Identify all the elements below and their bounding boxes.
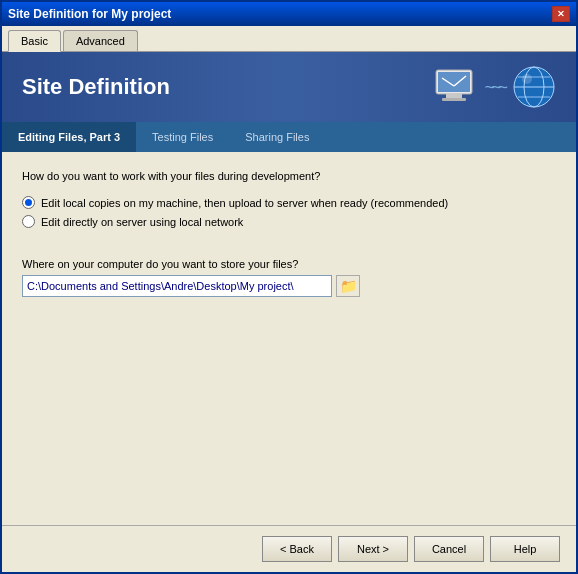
content-area: Site Definition ~~~: [2, 52, 576, 572]
cancel-button[interactable]: Cancel: [414, 536, 484, 562]
tab-advanced[interactable]: Advanced: [63, 30, 138, 51]
header-title: Site Definition: [22, 74, 170, 100]
radio-local-copies-label: Edit local copies on my machine, then up…: [41, 197, 448, 209]
radio-direct-server[interactable]: Edit directly on server using local netw…: [22, 215, 556, 228]
header-icons: ~~~: [432, 65, 556, 109]
help-button[interactable]: Help: [490, 536, 560, 562]
question-text: How do you want to work with your files …: [22, 170, 556, 182]
step-bar: Editing Files, Part 3 Testing Files Shar…: [2, 122, 576, 152]
radio-local-copies[interactable]: Edit local copies on my machine, then up…: [22, 196, 556, 209]
browse-folder-button[interactable]: 📁: [336, 275, 360, 297]
step-testing-files: Testing Files: [136, 122, 229, 152]
step-sharing-files: Sharing Files: [229, 122, 325, 152]
header-banner: Site Definition ~~~: [2, 52, 576, 122]
main-window: Site Definition for My project ✕ Basic A…: [0, 0, 578, 574]
close-button[interactable]: ✕: [552, 6, 570, 22]
bottom-bar: < Back Next > Cancel Help: [2, 525, 576, 572]
svg-rect-3: [442, 98, 466, 101]
svg-point-11: [522, 74, 532, 84]
radio-local-copies-input[interactable]: [22, 196, 35, 209]
folder-icon: 📁: [340, 278, 357, 294]
main-content: How do you want to work with your files …: [2, 152, 576, 525]
window-title: Site Definition for My project: [8, 7, 171, 21]
globe-icon: [512, 65, 556, 109]
title-bar-buttons: ✕: [552, 6, 570, 22]
file-path-label: Where on your computer do you want to st…: [22, 258, 556, 270]
tabs-row: Basic Advanced: [2, 26, 576, 52]
radio-direct-server-input[interactable]: [22, 215, 35, 228]
radio-direct-server-label: Edit directly on server using local netw…: [41, 216, 243, 228]
next-button[interactable]: Next >: [338, 536, 408, 562]
file-path-row: 📁: [22, 275, 556, 297]
radio-group: Edit local copies on my machine, then up…: [22, 196, 556, 228]
file-path-section: Where on your computer do you want to st…: [22, 258, 556, 297]
file-path-input[interactable]: [22, 275, 332, 297]
arrow-decoration: ~~~: [484, 77, 504, 98]
computer-icon: [432, 68, 476, 106]
step-editing-files: Editing Files, Part 3: [2, 122, 136, 152]
back-button[interactable]: < Back: [262, 536, 332, 562]
tab-basic[interactable]: Basic: [8, 30, 61, 52]
title-bar: Site Definition for My project ✕: [2, 2, 576, 26]
svg-rect-2: [446, 94, 462, 98]
svg-rect-1: [438, 72, 470, 92]
